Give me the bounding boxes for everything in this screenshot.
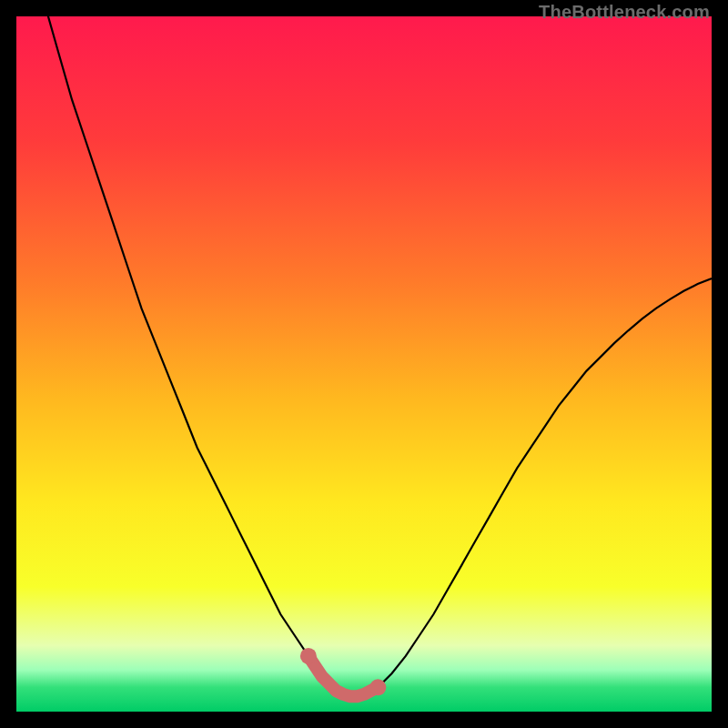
bottleneck-curve [16, 16, 712, 712]
curve-line [16, 16, 712, 696]
chart-frame: TheBottleneck.com [0, 0, 728, 728]
svg-point-2 [369, 679, 386, 695]
svg-point-1 [300, 648, 317, 664]
plot-area [16, 16, 712, 712]
bottom-marker-band [308, 656, 378, 696]
watermark-text: TheBottleneck.com [539, 2, 710, 23]
